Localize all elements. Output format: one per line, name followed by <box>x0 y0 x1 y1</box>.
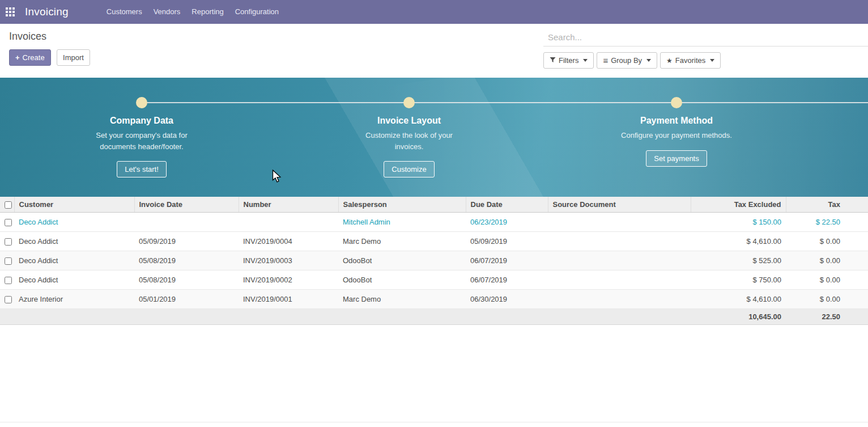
lets-start-button[interactable]: Let's start! <box>117 161 167 177</box>
create-button-label: Create <box>23 53 45 62</box>
total-tax: 22.50 <box>786 309 868 325</box>
step-dot <box>671 97 682 108</box>
cell-customer: Deco Addict <box>14 270 134 290</box>
navbar-menus: Customers Vendors Reporting Configuratio… <box>101 0 284 24</box>
cell-source-document <box>548 251 691 270</box>
cell-tax-excluded: $ 150.00 <box>691 213 786 232</box>
cell-source-document <box>548 213 691 232</box>
invoice-row[interactable]: Deco Addict 05/09/2019 INV/2019/0004 Mar… <box>0 232 868 251</box>
cell-salesperson: OdooBot <box>338 251 466 270</box>
cell-tax: $ 0.00 <box>786 270 868 290</box>
column-header-due-date[interactable]: Due Date <box>466 197 548 213</box>
column-header-customer[interactable]: Customer <box>14 197 134 213</box>
cell-number: INV/2019/0003 <box>239 251 338 270</box>
set-payments-button[interactable]: Set payments <box>646 150 707 167</box>
cell-due-date: 06/07/2019 <box>466 251 548 270</box>
cell-number <box>239 213 338 232</box>
step-title: Payment Method <box>543 116 810 126</box>
cell-tax: $ 0.00 <box>786 251 868 270</box>
search-input[interactable] <box>543 29 868 46</box>
row-checkbox[interactable] <box>5 296 12 303</box>
group-by-dropdown[interactable]: ≡ Group By <box>597 52 657 69</box>
step-dot <box>403 97 415 108</box>
column-header-tax-excluded[interactable]: Tax Excluded <box>691 197 786 213</box>
select-all-checkbox[interactable] <box>5 201 12 209</box>
bottom-divider <box>0 422 868 422</box>
cell-tax: $ 22.50 <box>786 213 868 232</box>
invoice-row[interactable]: Azure Interior 05/01/2019 INV/2019/0001 … <box>0 290 868 309</box>
cell-number: INV/2019/0001 <box>239 290 338 309</box>
top-navbar: Invoicing Customers Vendors Reporting Co… <box>0 0 868 24</box>
column-header-source-document[interactable]: Source Document <box>548 197 691 213</box>
cell-number: INV/2019/0002 <box>239 270 338 290</box>
nav-menu-customers[interactable]: Customers <box>101 0 148 24</box>
step-description: Customize the look of your invoices. <box>352 130 466 152</box>
import-button[interactable]: Import <box>57 49 90 66</box>
row-checkbox[interactable] <box>5 277 12 284</box>
column-header-number[interactable]: Number <box>239 197 338 213</box>
cell-tax-excluded: $ 4,610.00 <box>691 290 786 309</box>
cell-source-document <box>548 270 691 290</box>
invoice-row[interactable]: Deco Addict Mitchell Admin 06/23/2019 $ … <box>0 213 868 232</box>
cell-tax: $ 0.00 <box>786 232 868 251</box>
onboarding-step-payment-method: Payment Method Configure your payment me… <box>543 78 810 177</box>
cell-tax-excluded: $ 525.00 <box>691 251 786 270</box>
cell-due-date: 06/23/2019 <box>466 213 548 232</box>
row-checkbox[interactable] <box>5 257 12 265</box>
cell-invoice-date: 05/08/2019 <box>134 270 239 290</box>
customize-button[interactable]: Customize <box>384 161 434 177</box>
cell-source-document <box>548 290 691 309</box>
cell-customer: Deco Addict <box>14 213 134 232</box>
cell-customer: Azure Interior <box>14 290 134 309</box>
table-header-row: Customer Invoice Date Number Salesperson… <box>0 197 868 213</box>
cell-invoice-date: 05/09/2019 <box>134 232 239 251</box>
create-button[interactable]: + Create <box>9 49 51 66</box>
step-description: Set your company's data for documents he… <box>85 130 198 152</box>
nav-menu-vendors[interactable]: Vendors <box>148 0 186 24</box>
nav-menu-configuration[interactable]: Configuration <box>229 0 284 24</box>
nav-menu-reporting[interactable]: Reporting <box>186 0 229 24</box>
step-title: Company Data <box>8 116 275 126</box>
cell-invoice-date: 05/08/2019 <box>134 251 239 270</box>
favorites-label: Favorites <box>675 56 705 65</box>
star-icon: ★ <box>666 57 673 64</box>
cell-source-document <box>548 232 691 251</box>
row-checkbox[interactable] <box>5 219 12 226</box>
onboarding-banner: Company Data Set your company's data for… <box>0 78 868 197</box>
total-tax-excluded: 10,645.00 <box>691 309 786 325</box>
chevron-down-icon <box>710 59 714 62</box>
cell-salesperson: Marc Demo <box>338 290 466 309</box>
onboarding-step-company-data: Company Data Set your company's data for… <box>8 78 275 177</box>
column-header-tax[interactable]: Tax <box>786 197 868 213</box>
column-header-salesperson[interactable]: Salesperson <box>338 197 466 213</box>
row-checkbox[interactable] <box>5 238 12 246</box>
cell-salesperson: Mitchell Admin <box>338 213 466 232</box>
cell-due-date: 05/09/2019 <box>466 232 548 251</box>
cell-number: INV/2019/0004 <box>239 232 338 251</box>
invoice-row[interactable]: Deco Addict 05/08/2019 INV/2019/0002 Odo… <box>0 270 868 290</box>
cell-tax-excluded: $ 750.00 <box>691 270 786 290</box>
filters-label: Filters <box>559 56 578 65</box>
cell-invoice-date <box>134 213 239 232</box>
column-header-invoice-date[interactable]: Invoice Date <box>134 197 239 213</box>
invoice-list-table: Customer Invoice Date Number Salesperson… <box>0 197 868 325</box>
cell-customer: Deco Addict <box>14 251 134 270</box>
cell-tax: $ 0.00 <box>786 290 868 309</box>
control-panel: Invoices + Create Import Filters ≡ Grou <box>0 24 868 78</box>
group-by-label: Group By <box>611 56 642 65</box>
filter-funnel-icon <box>550 56 556 65</box>
cell-due-date: 06/07/2019 <box>466 270 548 290</box>
favorites-dropdown[interactable]: ★ Favorites <box>660 52 721 69</box>
chevron-down-icon <box>583 59 588 62</box>
cell-salesperson: OdooBot <box>338 270 466 290</box>
apps-grid-icon[interactable] <box>6 7 15 16</box>
invoice-row[interactable]: Deco Addict 05/08/2019 INV/2019/0003 Odo… <box>0 251 868 270</box>
step-description: Configure your payment methods. <box>620 130 733 141</box>
filters-dropdown[interactable]: Filters <box>543 52 594 69</box>
app-title[interactable]: Invoicing <box>25 6 69 18</box>
step-title: Invoice Layout <box>275 116 543 126</box>
cell-invoice-date: 05/01/2019 <box>134 290 239 309</box>
step-dot <box>136 97 147 108</box>
onboarding-step-invoice-layout: Invoice Layout Customize the look of you… <box>275 78 543 177</box>
cell-salesperson: Marc Demo <box>338 232 466 251</box>
